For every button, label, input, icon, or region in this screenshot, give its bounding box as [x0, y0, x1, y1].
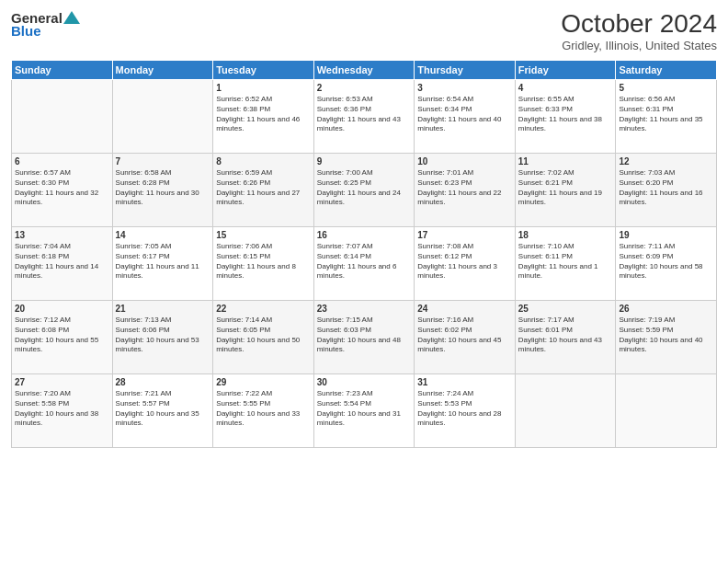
calendar-cell: 31Sunrise: 7:24 AM Sunset: 5:53 PM Dayli…	[415, 374, 516, 448]
day-info: Sunrise: 7:12 AM Sunset: 6:08 PM Dayligh…	[15, 316, 109, 355]
calendar-cell: 2Sunrise: 6:53 AM Sunset: 6:36 PM Daylig…	[313, 80, 415, 154]
calendar-cell: 18Sunrise: 7:10 AM Sunset: 6:11 PM Dayli…	[515, 227, 616, 301]
day-info: Sunrise: 6:55 AM Sunset: 6:33 PM Dayligh…	[518, 95, 613, 134]
day-number: 21	[116, 304, 210, 314]
calendar-cell: 24Sunrise: 7:16 AM Sunset: 6:02 PM Dayli…	[415, 301, 516, 374]
page-container: General Blue October 2024 Gridley, Illin…	[0, 0, 728, 563]
calendar-cell: 14Sunrise: 7:05 AM Sunset: 6:17 PM Dayli…	[112, 227, 213, 301]
day-info: Sunrise: 6:57 AM Sunset: 6:30 PM Dayligh…	[15, 168, 109, 208]
calendar-cell	[112, 80, 213, 154]
week-row-0: 1Sunrise: 6:52 AM Sunset: 6:38 PM Daylig…	[12, 80, 717, 154]
day-number: 20	[15, 304, 109, 314]
day-info: Sunrise: 7:23 AM Sunset: 5:54 PM Dayligh…	[317, 389, 412, 429]
calendar-cell: 8Sunrise: 6:59 AM Sunset: 6:26 PM Daylig…	[213, 154, 314, 227]
calendar: Sunday Monday Tuesday Wednesday Thursday…	[11, 60, 717, 448]
day-info: Sunrise: 7:22 AM Sunset: 5:55 PM Dayligh…	[216, 389, 311, 429]
day-info: Sunrise: 6:59 AM Sunset: 6:26 PM Dayligh…	[216, 168, 311, 208]
header-monday: Monday	[112, 61, 213, 80]
day-number: 18	[518, 230, 613, 240]
calendar-cell: 25Sunrise: 7:17 AM Sunset: 6:01 PM Dayli…	[515, 301, 616, 374]
day-number: 25	[518, 304, 613, 314]
header-thursday: Thursday	[415, 61, 516, 80]
calendar-cell: 28Sunrise: 7:21 AM Sunset: 5:57 PM Dayli…	[112, 374, 213, 448]
day-number: 14	[116, 230, 210, 240]
day-info: Sunrise: 6:54 AM Sunset: 6:34 PM Dayligh…	[417, 95, 512, 134]
logo: General Blue	[11, 9, 81, 39]
day-info: Sunrise: 7:01 AM Sunset: 6:23 PM Dayligh…	[417, 168, 512, 208]
calendar-cell: 15Sunrise: 7:06 AM Sunset: 6:15 PM Dayli…	[213, 227, 314, 301]
location: Gridley, Illinois, United States	[561, 39, 717, 52]
day-info: Sunrise: 6:56 AM Sunset: 6:31 PM Dayligh…	[619, 95, 713, 134]
day-info: Sunrise: 7:13 AM Sunset: 6:06 PM Dayligh…	[116, 316, 210, 355]
day-info: Sunrise: 7:02 AM Sunset: 6:21 PM Dayligh…	[518, 168, 613, 208]
calendar-cell: 9Sunrise: 7:00 AM Sunset: 6:25 PM Daylig…	[313, 154, 415, 227]
calendar-cell: 6Sunrise: 6:57 AM Sunset: 6:30 PM Daylig…	[12, 154, 113, 227]
day-number: 15	[216, 230, 311, 240]
header: General Blue October 2024 Gridley, Illin…	[11, 9, 717, 52]
calendar-cell: 10Sunrise: 7:01 AM Sunset: 6:23 PM Dayli…	[415, 154, 516, 227]
day-info: Sunrise: 7:08 AM Sunset: 6:12 PM Dayligh…	[417, 242, 512, 282]
day-number: 12	[619, 156, 713, 167]
calendar-cell: 12Sunrise: 7:03 AM Sunset: 6:20 PM Dayli…	[616, 154, 717, 227]
month-title: October 2024	[561, 9, 717, 39]
calendar-cell: 13Sunrise: 7:04 AM Sunset: 6:18 PM Dayli…	[12, 227, 113, 301]
day-number: 1	[216, 83, 311, 93]
day-number: 30	[317, 377, 412, 387]
day-info: Sunrise: 7:11 AM Sunset: 6:09 PM Dayligh…	[619, 242, 713, 282]
calendar-cell: 30Sunrise: 7:23 AM Sunset: 5:54 PM Dayli…	[313, 374, 415, 448]
calendar-cell: 5Sunrise: 6:56 AM Sunset: 6:31 PM Daylig…	[616, 80, 717, 154]
day-number: 19	[619, 230, 713, 240]
day-info: Sunrise: 7:17 AM Sunset: 6:01 PM Dayligh…	[518, 316, 613, 355]
day-info: Sunrise: 7:07 AM Sunset: 6:14 PM Dayligh…	[317, 242, 412, 282]
header-wednesday: Wednesday	[313, 61, 415, 80]
day-info: Sunrise: 7:16 AM Sunset: 6:02 PM Dayligh…	[417, 316, 512, 355]
day-number: 22	[216, 304, 311, 314]
day-info: Sunrise: 7:06 AM Sunset: 6:15 PM Dayligh…	[216, 242, 311, 282]
day-number: 5	[619, 83, 713, 93]
day-number: 28	[116, 377, 210, 387]
day-info: Sunrise: 7:03 AM Sunset: 6:20 PM Dayligh…	[619, 168, 713, 208]
day-info: Sunrise: 7:10 AM Sunset: 6:11 PM Dayligh…	[518, 242, 613, 282]
day-number: 7	[116, 156, 210, 167]
header-tuesday: Tuesday	[213, 61, 314, 80]
day-number: 17	[417, 230, 512, 240]
week-row-3: 20Sunrise: 7:12 AM Sunset: 6:08 PM Dayli…	[12, 301, 717, 374]
calendar-cell: 26Sunrise: 7:19 AM Sunset: 5:59 PM Dayli…	[616, 301, 717, 374]
calendar-cell: 21Sunrise: 7:13 AM Sunset: 6:06 PM Dayli…	[112, 301, 213, 374]
day-info: Sunrise: 7:05 AM Sunset: 6:17 PM Dayligh…	[116, 242, 210, 282]
logo-blue: Blue	[11, 23, 81, 39]
calendar-cell: 29Sunrise: 7:22 AM Sunset: 5:55 PM Dayli…	[213, 374, 314, 448]
calendar-cell: 11Sunrise: 7:02 AM Sunset: 6:21 PM Dayli…	[515, 154, 616, 227]
day-info: Sunrise: 6:53 AM Sunset: 6:36 PM Dayligh…	[317, 95, 412, 134]
week-row-4: 27Sunrise: 7:20 AM Sunset: 5:58 PM Dayli…	[12, 374, 717, 448]
day-number: 29	[216, 377, 311, 387]
week-row-2: 13Sunrise: 7:04 AM Sunset: 6:18 PM Dayli…	[12, 227, 717, 301]
day-number: 4	[518, 83, 613, 93]
day-number: 8	[216, 156, 311, 167]
calendar-cell: 3Sunrise: 6:54 AM Sunset: 6:34 PM Daylig…	[415, 80, 516, 154]
calendar-cell: 27Sunrise: 7:20 AM Sunset: 5:58 PM Dayli…	[12, 374, 113, 448]
calendar-cell: 7Sunrise: 6:58 AM Sunset: 6:28 PM Daylig…	[112, 154, 213, 227]
day-number: 27	[15, 377, 109, 387]
calendar-cell	[12, 80, 113, 154]
day-number: 10	[417, 156, 512, 167]
calendar-cell	[515, 374, 616, 448]
calendar-cell: 23Sunrise: 7:15 AM Sunset: 6:03 PM Dayli…	[313, 301, 415, 374]
day-number: 2	[317, 83, 412, 93]
day-number: 24	[417, 304, 512, 314]
day-number: 6	[15, 156, 109, 167]
day-number: 9	[317, 156, 412, 167]
header-sunday: Sunday	[12, 61, 113, 80]
day-info: Sunrise: 7:19 AM Sunset: 5:59 PM Dayligh…	[619, 316, 713, 355]
day-number: 26	[619, 304, 713, 314]
day-number: 23	[317, 304, 412, 314]
calendar-cell: 1Sunrise: 6:52 AM Sunset: 6:38 PM Daylig…	[213, 80, 314, 154]
day-number: 31	[417, 377, 512, 387]
calendar-cell	[616, 374, 717, 448]
svg-marker-0	[63, 11, 80, 24]
calendar-cell: 22Sunrise: 7:14 AM Sunset: 6:05 PM Dayli…	[213, 301, 314, 374]
day-info: Sunrise: 7:21 AM Sunset: 5:57 PM Dayligh…	[116, 389, 210, 429]
day-info: Sunrise: 6:52 AM Sunset: 6:38 PM Dayligh…	[216, 95, 311, 134]
day-info: Sunrise: 7:00 AM Sunset: 6:25 PM Dayligh…	[317, 168, 412, 208]
day-info: Sunrise: 7:04 AM Sunset: 6:18 PM Dayligh…	[15, 242, 109, 282]
